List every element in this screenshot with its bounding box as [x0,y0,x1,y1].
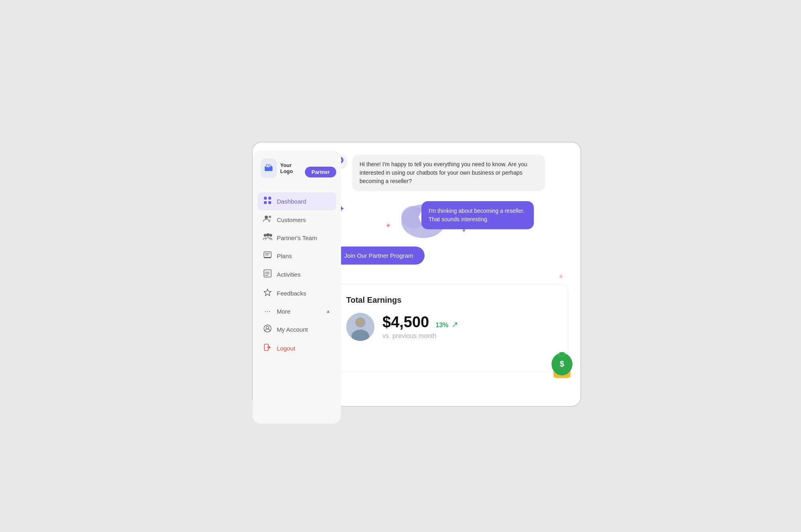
logo-icon: 🏔 [261,159,277,178]
sparkle-bubble-icon: ✦ [415,206,421,214]
customers-label: Customers [277,216,306,223]
more-icon: ··· [263,307,272,316]
svg-rect-10 [264,257,271,258]
sidebar-item-activities[interactable]: Activities [257,265,336,283]
svg-rect-0 [264,197,267,200]
earnings-title: Total Earnings [346,296,555,305]
my-account-icon [263,324,272,334]
earnings-data: $4,500 13% ↗ vs. previous month [382,314,458,340]
sidebar-item-more[interactable]: ··· More ▲ [257,303,336,320]
earnings-card: ✦ Total Earnings [333,284,568,372]
sidebar-item-partners-team[interactable]: Partner's Team [257,229,336,247]
your-logo-label: Your Logo [280,162,302,174]
svg-text:$: $ [560,359,564,368]
svg-rect-1 [268,197,271,200]
plans-label: Plans [277,253,292,259]
sidebar-item-customers[interactable]: Customers [257,211,336,228]
svg-point-6 [264,234,267,236]
svg-point-5 [269,216,271,218]
feedbacks-icon [263,288,272,298]
dashboard-icon [263,196,272,206]
chat-section: Hi there! I'm happy to tell you everythi… [333,155,568,274]
svg-point-4 [265,216,268,219]
svg-rect-40 [560,352,564,356]
activities-icon [263,269,272,279]
join-partner-program-button[interactable]: Join Our Partner Program [333,247,425,265]
sidebar-item-dashboard[interactable]: Dashboard [257,192,336,210]
earnings-amount: $4,500 [382,314,429,331]
sidebar-item-feedbacks[interactable]: Feedbacks [257,284,336,302]
money-bag-icon: $ [548,348,576,384]
chevron-up-icon: ▲ [326,308,331,314]
user-message-text: I'm thinking about becoming a reseller. … [421,201,534,229]
svg-rect-9 [264,252,271,257]
activities-label: Activities [277,271,300,278]
bot-chat-bubble: Hi there! I'm happy to tell you everythi… [333,155,568,191]
earnings-vs-text: vs. previous month [382,332,458,340]
svg-point-33 [356,318,365,327]
feedbacks-label: Feedbacks [277,290,306,297]
sidebar-item-my-account[interactable]: My Account [257,320,336,338]
svg-rect-3 [268,201,271,204]
logout-icon [263,343,272,353]
svg-marker-20 [264,289,271,296]
logout-label: Logout [277,345,295,352]
sidebar-item-logout[interactable]: Logout [257,339,336,357]
svg-point-22 [266,326,269,329]
sparkle-top-right-icon: ✦ [558,272,564,281]
partners-team-label: Partner's Team [277,234,317,241]
sidebar: 🏔 Your Logo Partner Dashboard [253,151,341,424]
more-label: More [277,308,321,315]
partner-badge: Partner [305,167,336,177]
sparkle-pink-icon: ✦ [385,221,391,230]
customers-icon [263,215,272,224]
content-area: Hi there! I'm happy to tell you everythi… [333,155,568,372]
user-chat-bubble: I'm thinking about becoming a reseller. … [421,201,534,229]
earnings-avatar [346,313,374,341]
svg-point-8 [270,234,272,236]
dashboard-label: Dashboard [277,198,306,205]
sidebar-item-plans[interactable]: Plans [257,247,336,265]
my-account-label: My Account [277,326,308,333]
bot-message-text: Hi there! I'm happy to tell you everythi… [352,155,545,191]
earnings-percent: 13% [435,322,448,329]
svg-point-7 [266,233,270,236]
partners-team-icon [263,233,272,243]
plans-icon [263,251,272,261]
earnings-up-arrow-icon: ↗ [452,320,458,329]
svg-rect-2 [264,201,267,204]
